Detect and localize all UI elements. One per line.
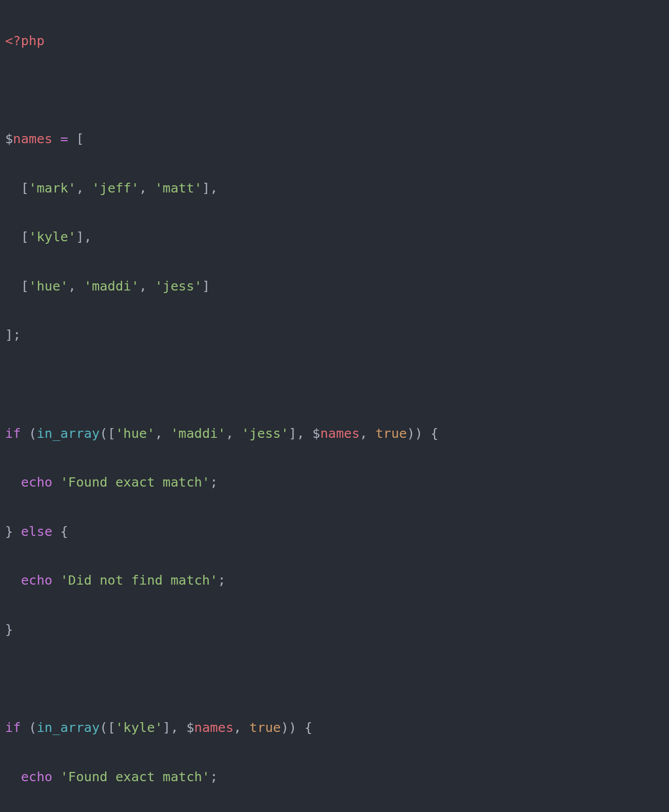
code-line: ['mark', 'jeff', 'matt'], — [5, 176, 664, 201]
string-literal: 'matt' — [155, 180, 202, 196]
bracket-open: [ — [76, 131, 84, 146]
code-line: } — [5, 617, 664, 642]
code-line: echo 'Found exact match'; — [5, 470, 664, 495]
code-line: if (in_array(['kyle'], $names, true)) { — [5, 716, 664, 740]
code-line: echo 'Did not find match'; — [5, 568, 664, 593]
code-line: } else { — [5, 519, 664, 544]
bool-true: true — [376, 426, 407, 441]
assign-op: = — [60, 131, 68, 146]
code-line: ['kyle'], — [5, 225, 664, 249]
php-open-tag: <?php — [5, 33, 45, 48]
keyword-else: else — [21, 524, 52, 539]
code-line: if (in_array(['hue', 'maddi', 'jess'], $… — [5, 421, 664, 446]
keyword-if: if — [5, 426, 21, 441]
dollar: $ — [5, 131, 13, 146]
string-literal: 'Found exact match' — [61, 474, 210, 490]
string-literal: 'mark' — [29, 180, 76, 196]
string-literal: 'maddi' — [84, 278, 139, 294]
code-editor[interactable]: <?php $names = [ ['mark', 'jeff', 'matt'… — [0, 0, 669, 812]
code-line: $names = [ — [5, 127, 664, 151]
code-line — [5, 78, 664, 102]
code-line — [5, 372, 664, 397]
var-names: names — [13, 131, 52, 146]
keyword-echo: echo — [21, 474, 52, 490]
code-line: ]; — [5, 323, 664, 347]
string-literal: 'hue' — [29, 278, 68, 294]
string-literal: 'jeff' — [92, 180, 139, 196]
code-line: ['hue', 'maddi', 'jess'] — [5, 274, 664, 299]
string-literal: 'kyle' — [29, 229, 76, 244]
function-in-array: in_array — [36, 426, 100, 441]
string-literal: 'Did not find match' — [61, 572, 218, 588]
code-line: echo 'Found exact match'; — [5, 765, 664, 789]
code-line: <?php — [5, 29, 664, 53]
string-literal: 'jess' — [155, 278, 202, 294]
code-line — [5, 667, 664, 691]
